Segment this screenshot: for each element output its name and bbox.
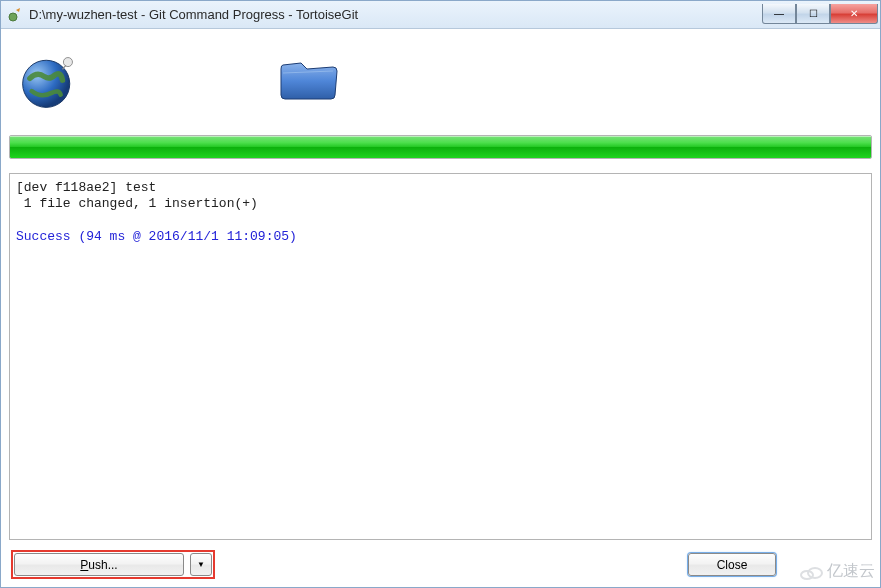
push-button[interactable]: Push... (14, 553, 184, 576)
watermark: 亿速云 (799, 561, 875, 582)
log-line-changes: 1 file changed, 1 insertion(+) (16, 196, 258, 211)
app-icon (7, 7, 23, 23)
progress-bar (9, 135, 872, 159)
globe-icon (19, 53, 77, 135)
progress-fill (10, 136, 871, 158)
button-row: Push... ▼ Close (9, 540, 872, 581)
maximize-button[interactable]: ☐ (796, 4, 830, 24)
close-button[interactable]: Close (688, 553, 776, 576)
svg-point-2 (63, 58, 72, 67)
svg-point-4 (808, 568, 822, 578)
svg-point-0 (9, 13, 17, 21)
folder-icon (277, 53, 341, 135)
window-title: D:\my-wuzhen-test - Git Command Progress… (29, 7, 762, 22)
minimize-button[interactable]: — (762, 4, 796, 24)
transfer-icons-row (9, 35, 872, 135)
svg-point-1 (23, 60, 70, 107)
window-close-button[interactable]: ✕ (830, 4, 878, 24)
log-line-commit: [dev f118ae2] test (16, 180, 156, 195)
titlebar: D:\my-wuzhen-test - Git Command Progress… (1, 1, 880, 29)
push-button-group-highlight: Push... ▼ (11, 550, 215, 579)
watermark-text: 亿速云 (827, 561, 875, 582)
log-line-success: Success (94 ms @ 2016/11/1 11:09:05) (16, 229, 297, 244)
log-output[interactable]: [dev f118ae2] test 1 file changed, 1 ins… (9, 173, 872, 540)
chevron-down-icon: ▼ (197, 560, 205, 569)
push-dropdown-button[interactable]: ▼ (190, 553, 212, 576)
window-controls: — ☐ ✕ (762, 4, 878, 24)
content-area: [dev f118ae2] test 1 file changed, 1 ins… (1, 29, 880, 587)
